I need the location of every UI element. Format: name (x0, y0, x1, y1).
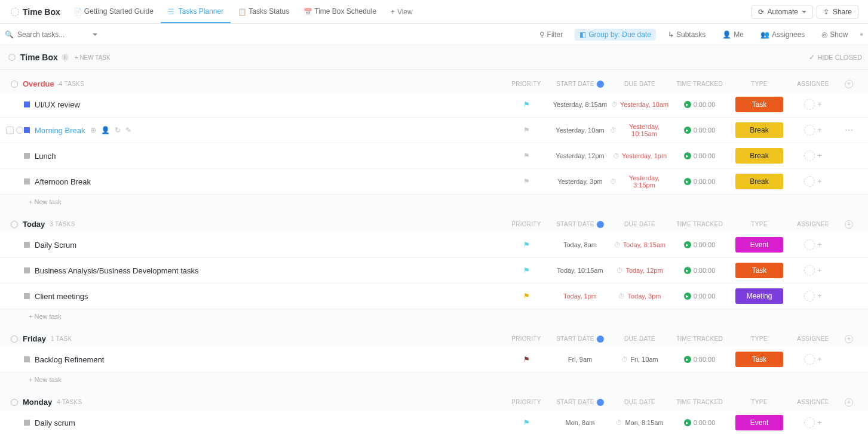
task-name[interactable]: Backlog Refinement (35, 355, 104, 364)
info-icon[interactable]: i (62, 54, 69, 61)
task-row[interactable]: Daily scrum⚑Mon, 8am⏱Mon, 8:15am▸0:00:00… (0, 410, 868, 434)
cell-type[interactable]: Break (729, 122, 789, 138)
cell-time-tracked[interactable]: ▸0:00:00 (670, 293, 729, 300)
cell-due-date[interactable]: ⏱Yesterday, 10am (610, 101, 670, 108)
cell-type[interactable]: Task (729, 352, 789, 367)
status-square-icon[interactable] (24, 293, 30, 299)
col-time-tracked[interactable]: TIME TRACKED (670, 335, 729, 342)
add-column-button[interactable]: + (837, 335, 861, 343)
status-square-icon[interactable] (24, 356, 30, 362)
cell-assignee[interactable]: + (789, 99, 837, 110)
row-more-button[interactable]: ⋯ (837, 125, 861, 135)
play-icon[interactable]: ▸ (684, 152, 691, 159)
me-button[interactable]: 👤Me (717, 29, 749, 41)
cell-assignee[interactable]: + (789, 239, 837, 250)
add-column-button[interactable]: + (837, 220, 861, 229)
cell-due-date[interactable]: ⏱Today, 12pm (610, 267, 670, 274)
assignees-button[interactable]: 👥Assignees (756, 29, 809, 41)
cell-priority[interactable]: ⚑ (502, 152, 550, 160)
col-assignee[interactable]: ASSIGNEE (789, 335, 837, 342)
cell-time-tracked[interactable]: ▸0:00:00 (670, 241, 729, 248)
col-start-date[interactable]: START DATE (550, 335, 610, 343)
cell-type[interactable]: Meeting (729, 288, 789, 304)
col-type[interactable]: TYPE (729, 221, 789, 227)
new-task-button[interactable]: + New task (0, 309, 868, 324)
collapse-group-icon[interactable] (11, 335, 18, 343)
col-priority[interactable]: PRIORITY (502, 81, 550, 87)
cell-due-date[interactable]: ⏱Yesterday, 3:15pm (610, 174, 670, 189)
col-type[interactable]: TYPE (729, 81, 789, 87)
task-name[interactable]: Lunch (35, 152, 56, 161)
task-name[interactable]: Afternoon Break (35, 177, 91, 186)
cell-priority[interactable]: ⚑ (502, 126, 550, 134)
status-square-icon[interactable] (24, 178, 30, 184)
cell-type[interactable]: Break (729, 174, 789, 189)
status-square-icon[interactable] (24, 242, 30, 248)
search-input[interactable] (17, 30, 89, 39)
cell-start-date[interactable]: Today, 10:15am (550, 267, 610, 274)
cell-assignee[interactable]: + (789, 150, 837, 161)
new-task-button[interactable]: + New task (0, 195, 868, 209)
cell-assignee[interactable]: + (789, 176, 837, 187)
cell-assignee[interactable]: + (789, 354, 837, 365)
task-row[interactable]: Backlog Refinement⚑Fri, 9am⏱Fri, 10am▸0:… (0, 347, 868, 373)
tab-tasks-status[interactable]: 📋Tasks Status (231, 0, 296, 23)
col-assignee[interactable]: ASSIGNEE (789, 81, 837, 87)
col-start-date[interactable]: START DATE (550, 399, 610, 406)
cell-priority[interactable]: ⚑ (502, 355, 550, 364)
col-start-date[interactable]: START DATE (550, 81, 610, 88)
cell-due-date[interactable]: ⏱Fri, 10am (610, 356, 670, 363)
edit-icon[interactable]: ✎ (125, 126, 131, 134)
show-button[interactable]: ◎Show (817, 29, 852, 41)
task-row[interactable]: UI/UX review⚑Yesterday, 8:15am⏱Yesterday… (0, 92, 868, 118)
subtask-icon[interactable]: ⊕ (90, 126, 96, 134)
cell-priority[interactable]: ⚑ (502, 266, 550, 275)
cell-assignee[interactable]: + (789, 265, 837, 276)
col-start-date[interactable]: START DATE (550, 221, 610, 228)
tab-tasks-planner[interactable]: ☰Tasks Planner (161, 0, 231, 23)
cycle-icon[interactable]: ↻ (115, 126, 121, 134)
cell-assignee[interactable]: + (789, 417, 837, 428)
search-chevron-icon[interactable] (93, 33, 97, 36)
assign-icon[interactable]: 👤 (101, 126, 110, 134)
collapse-group-icon[interactable] (11, 81, 18, 88)
status-square-icon[interactable] (24, 153, 30, 159)
cell-start-date[interactable]: Today, 1pm (550, 293, 610, 300)
share-button[interactable]: ⇪ Share (817, 5, 858, 19)
play-icon[interactable]: ▸ (684, 356, 691, 363)
filter-button[interactable]: ⚲Filter (535, 29, 568, 41)
automate-button[interactable]: ⟳ Automate (752, 5, 813, 19)
cell-priority[interactable]: ⚑ (502, 100, 550, 109)
status-square-icon[interactable] (24, 267, 30, 273)
task-row[interactable]: Morning Break⊕👤↻✎⚑Yesterday, 10am⏱Yester… (0, 118, 868, 143)
cell-due-date[interactable]: ⏱Yesterday, 1pm (610, 152, 670, 159)
cell-time-tracked[interactable]: ▸0:00:00 (670, 178, 729, 185)
col-priority[interactable]: PRIORITY (502, 221, 550, 227)
task-name[interactable]: Client meetings (35, 292, 88, 301)
task-name[interactable]: Morning Break (35, 126, 85, 135)
play-icon[interactable]: ▸ (684, 267, 691, 274)
cell-time-tracked[interactable]: ▸0:00:00 (670, 152, 729, 159)
col-time-tracked[interactable]: TIME TRACKED (670, 399, 729, 405)
task-row[interactable]: Daily Scrum⚑Today, 8am⏱Today, 8:15am▸0:0… (0, 232, 868, 258)
collapse-group-icon[interactable] (11, 221, 18, 228)
cell-priority[interactable]: ⚑ (502, 241, 550, 249)
task-name[interactable]: Daily Scrum (35, 241, 76, 250)
cell-priority[interactable]: ⚑ (502, 292, 550, 300)
col-assignee[interactable]: ASSIGNEE (789, 399, 837, 405)
collapse-list-icon[interactable] (8, 54, 16, 61)
task-name[interactable]: UI/UX review (35, 100, 80, 109)
col-type[interactable]: TYPE (729, 399, 789, 405)
status-square-icon[interactable] (24, 420, 30, 426)
cell-due-date[interactable]: ⏱Today, 8:15am (610, 241, 670, 248)
cell-priority[interactable]: ⚑ (502, 418, 550, 427)
add-column-button[interactable]: + (837, 398, 861, 407)
cell-time-tracked[interactable]: ▸0:00:00 (670, 101, 729, 108)
cell-assignee[interactable]: + (789, 125, 837, 136)
row-status-circle-icon[interactable] (16, 127, 23, 134)
task-row[interactable]: Afternoon Break⚑Yesterday, 3pm⏱Yesterday… (0, 169, 868, 195)
cell-due-date[interactable]: ⏱Yesterday, 10:15am (610, 123, 670, 137)
col-priority[interactable]: PRIORITY (502, 335, 550, 342)
cell-start-date[interactable]: Yesterday, 8:15am (550, 101, 610, 108)
cell-time-tracked[interactable]: ▸0:00:00 (670, 419, 729, 426)
